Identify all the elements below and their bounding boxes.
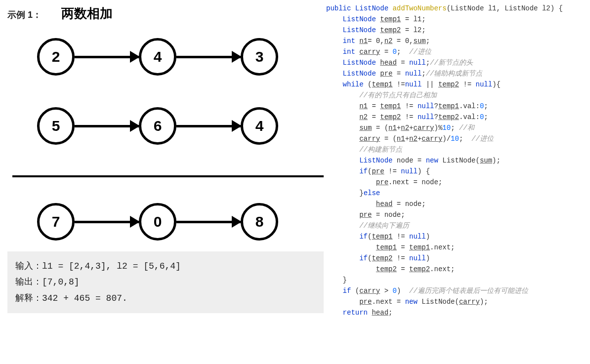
code-line: pre.next = new ListNode(carry); [326,296,590,307]
code-line: if(temp1 != null) [326,231,590,242]
code-line: if (carry > 0) //遍历完两个链表最后一位有可能进位 [326,285,590,296]
code-line: //有的节点只有自己相加 [326,90,590,101]
code-line: temp1 = temp1.next; [326,242,590,253]
diagram-panel: 示例 1： 两数相加 2 4 3 5 6 4 7 0 8 输入：l1 = [2,… [0,0,326,364]
arrow-icon [176,56,241,58]
arrow-icon [176,221,241,223]
linked-list-row-1: 2 4 3 [37,37,319,77]
code-line: sum = (n1+n2+carry)%10; //和 [326,122,590,133]
example-label: 示例 1： [7,9,42,21]
linked-list-row-result: 7 0 8 [37,202,319,242]
code-line: while (temp1 !=null || temp2 != null){ [326,79,590,90]
code-line: n1 = temp1 != null?temp1.val:0; [326,101,590,112]
arrow-icon [75,125,139,127]
list-node: 2 [37,38,75,76]
code-line: if(pre != null) { [326,166,590,177]
arrow-icon [75,56,139,58]
explanation-input: 输入：l1 = [2,4,3], l2 = [5,6,4] [15,258,316,274]
list-node: 4 [139,38,176,76]
code-line: //构建新节点 [326,144,590,155]
code-line: ListNode node = new ListNode(sum); [326,155,590,166]
code-line: carry = (n1+n2+carry)/10; //进位 [326,133,590,144]
list-node: 5 [37,107,75,145]
explanation-box: 输入：l1 = [2,4,3], l2 = [5,6,4] 输出：[7,0,8]… [7,251,324,313]
code-line: ListNode head = null;//新节点的头 [326,57,590,68]
code-line: int n1= 0,n2 = 0,sum; [326,36,590,46]
arrow-icon [75,221,139,223]
code-line: return head; [326,307,590,318]
header-row: 示例 1： 两数相加 [7,5,319,22]
divider-icon [12,175,324,177]
code-line: } [326,275,590,285]
list-node: 6 [139,107,176,145]
code-line: ListNode temp1 = l1; [326,14,590,25]
explanation-detail: 解释：342 + 465 = 807. [15,290,316,306]
arrow-icon [176,125,241,127]
code-line: head = node; [326,199,590,209]
code-line: }else [326,188,590,199]
list-node: 3 [241,38,278,76]
code-line: public ListNode addTwoNumbers(ListNode l… [326,3,590,14]
code-line: if(temp2 != null) [326,253,590,264]
code-line: int carry = 0; //进位 [326,46,590,57]
list-node: 0 [139,203,176,241]
explanation-output: 输出：[7,0,8] [15,274,316,290]
code-line: ListNode pre = null;//辅助构成新节点 [326,68,590,79]
list-node: 8 [241,203,278,241]
code-line: pre.next = node; [326,177,590,188]
code-line: ListNode temp2 = l2; [326,25,590,36]
code-line: //继续向下遍历 [326,220,590,231]
code-line: temp2 = temp2.next; [326,264,590,275]
code-panel: public ListNode addTwoNumbers(ListNode l… [326,0,590,364]
problem-title: 两数相加 [61,5,113,22]
list-node: 4 [241,107,278,145]
list-node: 7 [37,203,75,241]
code-line: n2 = temp2 != null?temp2.val:0; [326,112,590,122]
code-line: pre = node; [326,209,590,220]
linked-list-row-2: 5 6 4 [37,106,319,146]
